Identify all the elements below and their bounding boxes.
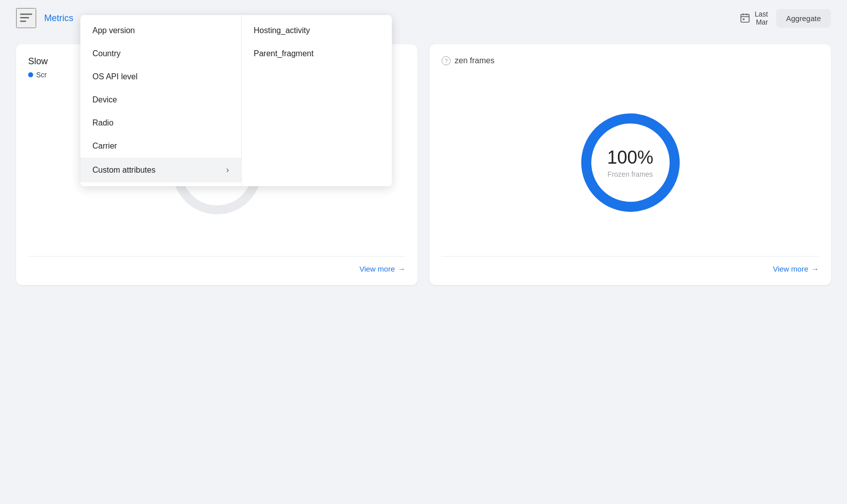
hosting-activity-label: Hosting_activity (254, 26, 310, 35)
aggregate-button[interactable]: Aggregate (776, 9, 831, 28)
dropdown-overlay: App version Country OS API level Device … (80, 15, 392, 186)
dropdown-left-panel: App version Country OS API level Device … (80, 15, 241, 186)
app-version-label: App version (92, 26, 135, 35)
slow-view-more-link[interactable]: View more → (359, 265, 405, 273)
help-icon[interactable]: ? (442, 56, 451, 65)
dropdown-item-radio[interactable]: Radio (80, 111, 241, 135)
custom-attributes-label: Custom attributes (92, 166, 155, 175)
chevron-right-icon: › (226, 165, 229, 175)
slow-subtitle-text: Scr (36, 71, 47, 79)
frozen-frames-title: zen frames (455, 56, 494, 65)
frozen-view-more-text: View more (773, 265, 808, 273)
dropdown-item-country[interactable]: Country (80, 42, 241, 65)
dropdown-right-panel: Hosting_activity Parent_fragment (241, 15, 392, 186)
svg-rect-0 (20, 14, 32, 15)
dropdown-item-carrier[interactable]: Carrier (80, 135, 241, 158)
date-section: Last Mar (739, 10, 768, 26)
frozen-donut-center: 100% Frozen frames (607, 147, 653, 178)
date-month: Mar (755, 18, 768, 26)
metrics-label: Metrics (44, 13, 73, 24)
parent-fragment-label: Parent_fragment (254, 49, 313, 58)
date-text: Last Mar (755, 10, 768, 26)
slow-card-footer: View more → (28, 256, 405, 273)
date-last: Last (755, 10, 768, 18)
frozen-donut-container: 100% Frozen frames (442, 77, 819, 248)
svg-rect-7 (743, 19, 745, 20)
device-label: Device (92, 95, 117, 104)
carrier-label: Carrier (92, 142, 117, 151)
svg-rect-1 (20, 17, 29, 19)
frozen-arrow-icon: → (811, 265, 819, 273)
slow-view-more-text: View more (359, 265, 395, 273)
filter-button[interactable] (16, 8, 36, 28)
dropdown-item-parent-fragment[interactable]: Parent_fragment (242, 42, 392, 65)
country-label: Country (92, 49, 121, 58)
svg-rect-2 (20, 21, 26, 22)
dropdown-item-custom-attributes[interactable]: Custom attributes › (80, 158, 241, 182)
header-right: Last Mar Aggregate (739, 9, 831, 28)
filter-icon (20, 14, 32, 23)
frozen-frames-card: ? zen frames 100% Frozen frames View mor… (430, 44, 831, 285)
dropdown-item-os-api-level[interactable]: OS API level (80, 65, 241, 88)
os-api-level-label: OS API level (92, 72, 138, 81)
svg-rect-3 (741, 15, 750, 23)
frozen-frames-header: ? zen frames (442, 56, 819, 65)
radio-label: Radio (92, 118, 114, 128)
slow-arrow-icon: → (398, 265, 405, 273)
calendar-icon (739, 13, 751, 24)
dropdown-item-device[interactable]: Device (80, 88, 241, 111)
dropdown-item-app-version[interactable]: App version (80, 19, 241, 42)
frozen-donut-wrapper: 100% Frozen frames (570, 102, 691, 223)
frozen-card-footer: View more → (442, 256, 819, 273)
frozen-percent: 100% (607, 147, 653, 168)
frozen-view-more-link[interactable]: View more → (773, 265, 819, 273)
frozen-percent-label: Frozen frames (607, 170, 653, 178)
dropdown-item-hosting-activity[interactable]: Hosting_activity (242, 19, 392, 42)
slow-dot (28, 72, 33, 77)
